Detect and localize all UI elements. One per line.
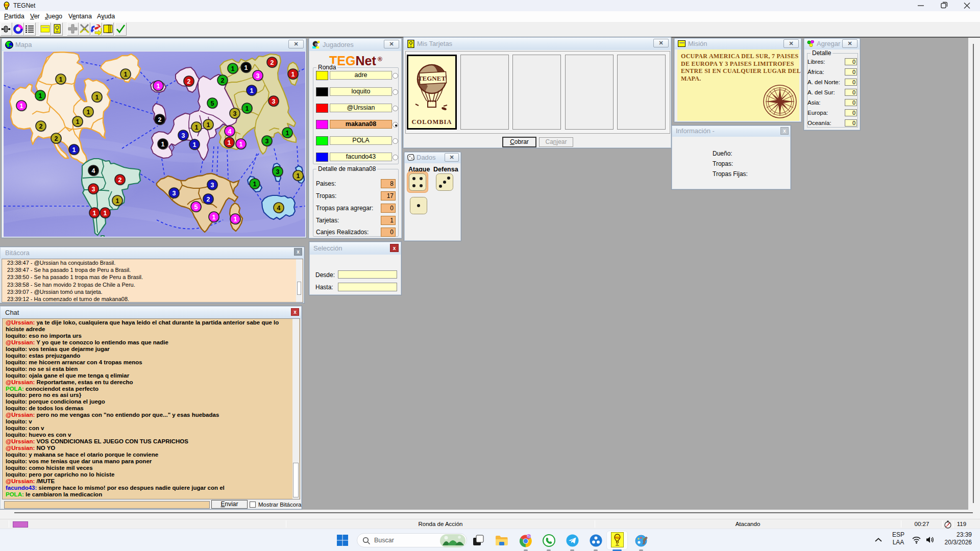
svg-text:3: 3 — [182, 132, 185, 139]
svg-text:3: 3 — [92, 186, 95, 193]
svg-text:TEGNET: TEGNET — [418, 74, 446, 82]
svg-text:1: 1 — [250, 87, 254, 94]
svg-text:3: 3 — [265, 138, 269, 145]
svg-text:5: 5 — [211, 100, 214, 107]
svg-text:1: 1 — [93, 210, 96, 217]
svg-text:1: 1 — [95, 94, 99, 101]
svg-text:1: 1 — [228, 139, 231, 146]
svg-text:4: 4 — [228, 128, 232, 135]
svg-text:COLOMBIA: COLOMBIA — [412, 118, 452, 126]
svg-text:1: 1 — [193, 141, 197, 148]
svg-text:1: 1 — [297, 172, 300, 180]
svg-text:TEG: TEG — [4, 4, 9, 7]
svg-text:3: 3 — [173, 190, 176, 197]
svg-text:1: 1 — [253, 181, 257, 188]
svg-text:1: 1 — [195, 124, 199, 131]
svg-text:2: 2 — [39, 123, 43, 130]
svg-text:2: 2 — [207, 196, 210, 203]
svg-text:1: 1 — [239, 141, 243, 148]
svg-text:1: 1 — [234, 216, 237, 223]
svg-text:1: 1 — [39, 92, 42, 99]
svg-text:1: 1 — [87, 109, 90, 116]
svg-text:5: 5 — [194, 204, 198, 211]
svg-text:3: 3 — [272, 98, 276, 105]
svg-text:1: 1 — [72, 146, 76, 154]
svg-text:3: 3 — [211, 182, 214, 189]
svg-text:2: 2 — [55, 135, 58, 142]
svg-text:2: 2 — [221, 77, 225, 84]
svg-text:2: 2 — [271, 59, 274, 66]
svg-text:1: 1 — [286, 130, 289, 137]
svg-text:3: 3 — [276, 168, 280, 176]
svg-text:1: 1 — [59, 76, 63, 83]
svg-text:1: 1 — [116, 197, 119, 205]
svg-text:2: 2 — [187, 78, 191, 85]
svg-text:1: 1 — [244, 64, 248, 71]
svg-text:1: 1 — [207, 121, 210, 129]
svg-text:1: 1 — [212, 214, 216, 221]
svg-text:1: 1 — [161, 141, 165, 148]
svg-text:1: 1 — [20, 103, 23, 110]
svg-text:3: 3 — [233, 110, 237, 117]
svg-text:1: 1 — [104, 210, 107, 217]
svg-text:4: 4 — [277, 205, 281, 212]
svg-text:2: 2 — [118, 177, 122, 184]
svg-text:1: 1 — [76, 118, 80, 126]
svg-text:TEG: TEG — [615, 536, 620, 539]
svg-text:1: 1 — [291, 71, 295, 78]
svg-text:4: 4 — [92, 167, 95, 174]
svg-text:1: 1 — [231, 65, 235, 72]
svg-text:2: 2 — [158, 116, 162, 123]
svg-text:1: 1 — [124, 71, 128, 78]
svg-text:1: 1 — [157, 83, 160, 90]
svg-text:1: 1 — [246, 105, 249, 112]
svg-text:3: 3 — [256, 72, 260, 80]
